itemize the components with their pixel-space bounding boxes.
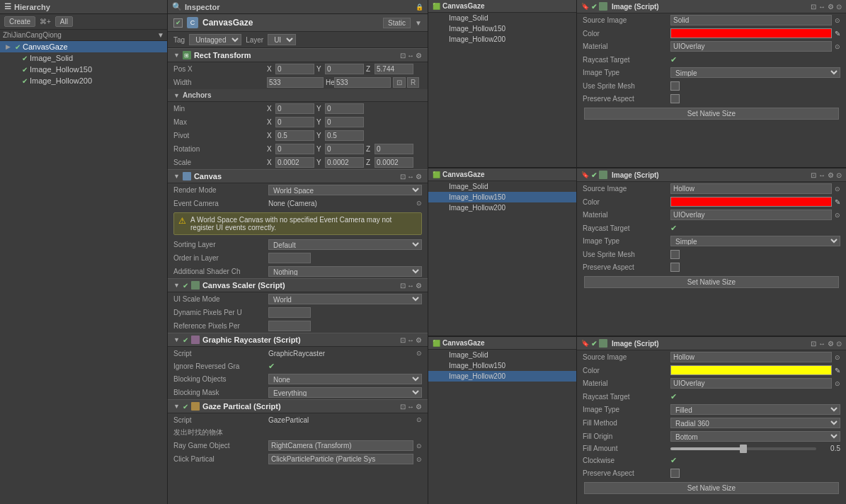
img-btn2-3[interactable]: ↔ (818, 340, 825, 348)
hier-item-image-solid[interactable]: ✔ Image_Solid (0, 52, 167, 64)
fill-method-select-3[interactable]: Radial 360 (670, 418, 840, 428)
resize-icon-btn[interactable]: ⊡ (393, 77, 406, 88)
img-btn4-3[interactable]: ⊙ (836, 340, 842, 348)
hier-item-image-hollow150[interactable]: ✔ Image_Hollow150 (0, 64, 167, 75)
rt-btn1[interactable]: ⊡ (400, 52, 406, 59)
blocking-mask-select[interactable]: Everything (268, 387, 422, 398)
scene-item-hollow200-3[interactable]: Image_Hollow200 (428, 371, 576, 382)
canvas-btn3[interactable]: ⚙ (416, 173, 422, 181)
color-swatch-1[interactable] (670, 28, 832, 38)
scale-y-input[interactable] (325, 157, 364, 168)
pos-z-input[interactable] (375, 64, 413, 74)
scene-item-hollow150-3[interactable]: Image_Hollow150 (428, 360, 576, 371)
fill-amount-track-3[interactable] (670, 447, 816, 450)
color-swatch-3[interactable] (670, 365, 832, 375)
scene-item-hollow200-1[interactable]: Image_Hollow200 (428, 34, 576, 45)
fill-origin-select-3[interactable]: Bottom (670, 431, 840, 442)
render-mode-select[interactable]: World Space (268, 185, 422, 195)
scene-item-solid-1[interactable]: Image_Solid (428, 13, 576, 23)
blocking-objects-select[interactable]: None (268, 374, 422, 384)
gaze-checkbox[interactable]: ✔ (183, 403, 188, 411)
ignore-reversed-checkbox[interactable]: ✔ (268, 362, 275, 371)
sorting-layer-select[interactable]: Default (268, 239, 422, 250)
img-btn3-2[interactable]: ⚙ (828, 171, 834, 179)
create-button[interactable]: Create (4, 16, 35, 27)
raycast-checkbox-1[interactable]: ✔ (670, 55, 677, 64)
scaler-checkbox[interactable]: ✔ (183, 282, 188, 290)
img-comp-checkbox-3[interactable]: ✔ (591, 340, 597, 348)
clockwise-checkbox-3[interactable]: ✔ (670, 456, 677, 465)
pivot-y-input[interactable] (325, 130, 364, 141)
gaze-btn3[interactable]: ⚙ (416, 403, 422, 411)
min-y-input[interactable] (325, 103, 364, 114)
scale-x-input[interactable] (275, 157, 314, 168)
color-picker-btn-2[interactable]: ✎ (835, 198, 840, 206)
raycaster-btn2[interactable]: ↔ (407, 336, 414, 344)
object-checkbox[interactable]: ✔ (173, 18, 183, 28)
scene-item-hollow150-1[interactable]: Image_Hollow150 (428, 23, 576, 34)
dynamic-pixels-input[interactable]: 1 (268, 307, 311, 318)
scene-item-solid-2[interactable]: Image_Solid (428, 181, 576, 192)
native-size-btn-1[interactable]: Set Native Size (584, 108, 839, 120)
img-btn3-1[interactable]: ⚙ (828, 3, 834, 11)
raycaster-btn1[interactable]: ⊡ (400, 336, 406, 344)
native-size-btn-2[interactable]: Set Native Size (584, 276, 839, 288)
pivot-x-input[interactable] (275, 130, 314, 141)
img-btn3-3[interactable]: ⚙ (828, 340, 834, 348)
scene-item-hollow200-2[interactable]: Image_Hollow200 (428, 202, 576, 213)
img-btn1-2[interactable]: ⊡ (811, 171, 816, 179)
layer-select[interactable]: UI (268, 34, 296, 45)
img-btn1-3[interactable]: ⊡ (811, 340, 816, 348)
raycaster-checkbox[interactable]: ✔ (183, 336, 188, 344)
rt-btn3[interactable]: ⚙ (416, 52, 422, 59)
color-swatch-2[interactable] (670, 197, 832, 207)
preserve-aspect-checkbox-1[interactable] (670, 94, 680, 103)
max-y-input[interactable] (325, 117, 364, 127)
gaze-btn1[interactable]: ⊡ (400, 403, 406, 411)
rot-y-input[interactable] (325, 144, 364, 154)
img-btn4-2[interactable]: ⊙ (836, 171, 842, 179)
pos-y-input[interactable] (325, 64, 364, 74)
raycast-checkbox-2[interactable]: ✔ (670, 224, 677, 233)
image-type-select-3[interactable]: Filled (670, 404, 840, 415)
canvas-btn2[interactable]: ↔ (407, 173, 414, 181)
additional-shader-select[interactable]: Nothing (268, 266, 422, 277)
native-size-btn-3[interactable]: Set Native Size (584, 482, 839, 494)
raycaster-btn3[interactable]: ⚙ (416, 336, 422, 344)
hier-item-canvasgaze[interactable]: ▶ ✔ CanvasGaze (0, 41, 167, 52)
gaze-btn2[interactable]: ↔ (407, 403, 414, 411)
min-x-input[interactable] (275, 103, 314, 114)
img-btn1-1[interactable]: ⊡ (811, 3, 816, 11)
anchors-header[interactable]: ▼ Anchors (168, 89, 428, 102)
scaler-btn3[interactable]: ⚙ (416, 282, 422, 290)
reset-btn[interactable]: R (407, 77, 419, 88)
sprite-mesh-checkbox-1[interactable] (670, 81, 680, 91)
color-picker-btn-1[interactable]: ✎ (835, 30, 840, 38)
rot-x-input[interactable] (275, 144, 314, 154)
tag-select[interactable]: Untagged (189, 34, 241, 45)
order-in-layer-input[interactable]: 1 (268, 253, 311, 263)
rot-z-input[interactable] (375, 144, 413, 154)
pos-x-input[interactable] (275, 64, 314, 74)
width-input[interactable] (267, 77, 324, 88)
rt-btn2[interactable]: ↔ (407, 52, 414, 59)
preserve-aspect-checkbox-2[interactable] (670, 263, 680, 272)
canvas-btn1[interactable]: ⊡ (400, 173, 406, 181)
static-arrow[interactable]: ▼ (415, 19, 422, 27)
ui-scale-select[interactable]: World (268, 294, 422, 304)
img-comp-checkbox-1[interactable]: ✔ (591, 3, 597, 11)
scene-item-hollow150-2[interactable]: Image_Hollow150 (428, 192, 576, 202)
scaler-btn1[interactable]: ⊡ (400, 282, 406, 290)
reference-pixels-input[interactable]: 100 (268, 321, 311, 331)
sprite-mesh-checkbox-2[interactable] (670, 250, 680, 259)
scale-z-input[interactable] (375, 157, 413, 168)
color-picker-btn-3[interactable]: ✎ (835, 367, 840, 374)
scaler-btn2[interactable]: ↔ (407, 282, 414, 290)
raycast-checkbox-3[interactable]: ✔ (670, 392, 677, 401)
static-button[interactable]: Static (383, 18, 411, 28)
img-btn4-1[interactable]: ⊙ (836, 3, 842, 11)
img-btn2-1[interactable]: ↔ (818, 3, 825, 11)
scene-item-solid-3[interactable]: Image_Solid (428, 350, 576, 360)
img-btn2-2[interactable]: ↔ (818, 171, 825, 179)
all-button[interactable]: All (55, 16, 73, 27)
